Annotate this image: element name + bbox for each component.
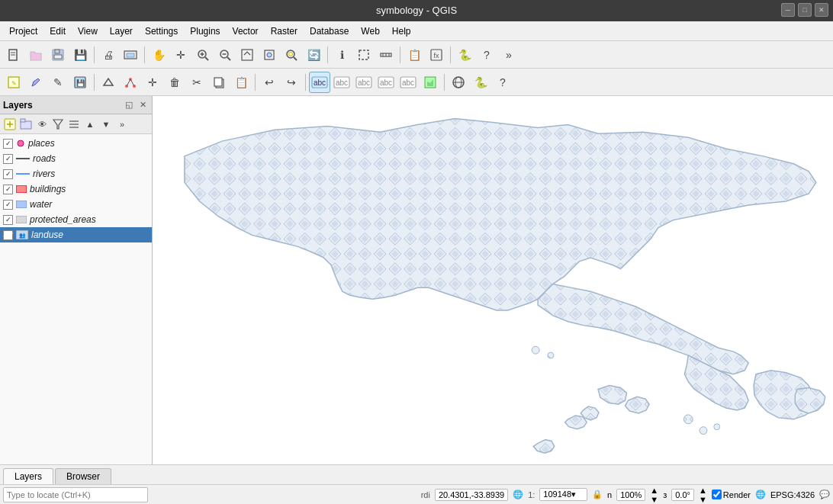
cut-feature-button[interactable]: ✂ <box>186 72 207 93</box>
minimize-button[interactable]: ─ <box>781 3 795 17</box>
manage-visibility-btn[interactable]: 👁 <box>34 117 50 132</box>
zoom-selection-button[interactable] <box>281 44 302 66</box>
move-layer-up-btn[interactable]: ▲ <box>82 117 98 132</box>
redo-button[interactable]: ↪ <box>281 72 302 93</box>
maximize-button[interactable]: □ <box>798 3 812 17</box>
render-checkbox[interactable] <box>712 490 722 499</box>
pan-map-button[interactable]: ✋ <box>148 44 169 66</box>
add-feature-button[interactable] <box>98 72 119 93</box>
undo-button[interactable]: ↩ <box>259 72 280 93</box>
current-edits-button[interactable]: ✎ <box>3 72 24 93</box>
layers-toolbar: 👁 ▲ ▼ » <box>0 114 152 134</box>
layer-checkbox-protected-areas[interactable] <box>3 215 13 225</box>
python2-button[interactable]: 🐍 <box>470 72 491 93</box>
menu-edit[interactable]: Edit <box>43 24 72 38</box>
zoom-out-button[interactable] <box>214 44 236 66</box>
rot-up-icon[interactable]: ▲▼ <box>699 486 707 504</box>
save-button[interactable] <box>47 44 69 66</box>
menu-layer[interactable]: Layer <box>104 24 139 38</box>
refresh-button[interactable]: 🔄 <box>303 44 324 66</box>
select-button[interactable] <box>353 44 375 66</box>
layer-item-buildings[interactable]: buildings <box>0 181 152 197</box>
measure-button[interactable] <box>375 44 397 66</box>
menu-raster[interactable]: Raster <box>265 24 304 38</box>
menu-web[interactable]: Web <box>355 24 385 38</box>
rotation-value: 0.0° <box>671 489 694 501</box>
layer-checkbox-roads[interactable] <box>3 154 13 164</box>
layer-item-places[interactable]: places <box>0 136 152 151</box>
tab-browser[interactable]: Browser <box>55 468 111 484</box>
layer-checkbox-water[interactable] <box>3 200 13 210</box>
tab-layers[interactable]: Layers <box>3 468 53 485</box>
attr-table-button[interactable]: 📋 <box>404 44 425 66</box>
save-as-button[interactable]: 💾 <box>69 44 91 66</box>
print-button[interactable]: 🖨 <box>98 44 119 66</box>
menu-project[interactable]: Project <box>3 24 43 38</box>
layer-checkbox-landuse[interactable]: ✓ <box>3 230 13 240</box>
layers-header: Layers ◱ ✕ <box>0 96 152 114</box>
svg-point-73 <box>548 352 554 358</box>
layer-order-btn[interactable] <box>66 117 82 132</box>
new-project-button[interactable] <box>3 44 24 66</box>
map-area[interactable] <box>153 96 833 464</box>
paste-feature-button[interactable]: 📋 <box>230 72 252 93</box>
layers-panel-title: Layers <box>3 100 33 111</box>
vertex-tool-button[interactable] <box>120 72 141 93</box>
save-layer-button[interactable]: 💾 <box>69 72 91 93</box>
layer-checkbox-buildings[interactable] <box>3 185 13 194</box>
help2-button[interactable]: ? <box>492 72 513 93</box>
diagram-button[interactable] <box>420 72 441 93</box>
identify-button[interactable]: ℹ <box>331 44 352 66</box>
crs-value[interactable]: EPSG:4326 <box>770 490 815 499</box>
zoom-up-icon[interactable]: ▲▼ <box>650 486 658 504</box>
menu-settings[interactable]: Settings <box>139 24 184 38</box>
filter-legend-btn[interactable] <box>50 117 66 132</box>
layer-item-roads[interactable]: roads <box>0 151 152 166</box>
menu-database[interactable]: Database <box>304 24 355 38</box>
help-button[interactable]: ? <box>476 44 497 66</box>
layer-item-water[interactable]: water <box>0 197 152 212</box>
expand-all-btn[interactable]: » <box>114 117 130 132</box>
label-button[interactable]: abc <box>309 72 330 93</box>
move-layer-down-btn[interactable]: ▼ <box>98 117 114 132</box>
layer-item-protected-areas[interactable]: protected_areas <box>0 212 152 227</box>
tb2-sep2 <box>255 74 256 91</box>
layers-panel-float-icon[interactable]: ◱ <box>123 99 135 111</box>
zoom-full-button[interactable] <box>236 44 258 66</box>
menu-view[interactable]: View <box>72 24 104 38</box>
label-edit-button[interactable]: abc <box>353 72 375 93</box>
close-button[interactable]: ✕ <box>815 3 828 17</box>
label-pin-button[interactable]: abc <box>331 72 352 93</box>
menu-help[interactable]: Help <box>386 24 417 38</box>
python-button[interactable]: 🐍 <box>454 44 475 66</box>
layer-item-landuse[interactable]: ✓ 👥 landuse <box>0 227 152 242</box>
toolbar-separator-3 <box>327 47 328 63</box>
zoom-in-button[interactable] <box>192 44 214 66</box>
label-move-button[interactable]: abc <box>375 72 397 93</box>
add-group-btn[interactable] <box>18 117 34 132</box>
open-project-button[interactable] <box>25 44 47 66</box>
browser-button[interactable] <box>448 72 469 93</box>
pan-to-button[interactable]: ✛ <box>170 44 191 66</box>
tb2-sep1 <box>94 74 95 91</box>
digitize-button[interactable] <box>25 72 47 93</box>
copy-feature-button[interactable] <box>208 72 230 93</box>
layers-panel-close-icon[interactable]: ✕ <box>137 99 149 111</box>
search-input[interactable] <box>3 487 148 502</box>
tb2-sep3 <box>305 74 306 91</box>
move-feature-button[interactable]: ✛ <box>142 72 163 93</box>
menu-vector[interactable]: Vector <box>227 24 265 38</box>
print-layout-button[interactable] <box>120 44 141 66</box>
layer-edit-button[interactable]: ✎ <box>47 72 69 93</box>
label-rotate-button[interactable]: abc <box>397 72 419 93</box>
add-layer-btn[interactable] <box>2 117 18 132</box>
layer-checkbox-rivers[interactable] <box>3 169 13 179</box>
more-button[interactable]: » <box>498 44 519 66</box>
message-icon[interactable]: 💬 <box>819 490 830 499</box>
layer-checkbox-places[interactable] <box>3 139 13 149</box>
field-calc-button[interactable]: fx <box>426 44 447 66</box>
zoom-layer-button[interactable] <box>259 44 280 66</box>
delete-feature-button[interactable]: 🗑 <box>164 72 185 93</box>
menu-plugins[interactable]: Plugins <box>184 24 226 38</box>
layer-item-rivers[interactable]: rivers <box>0 166 152 181</box>
